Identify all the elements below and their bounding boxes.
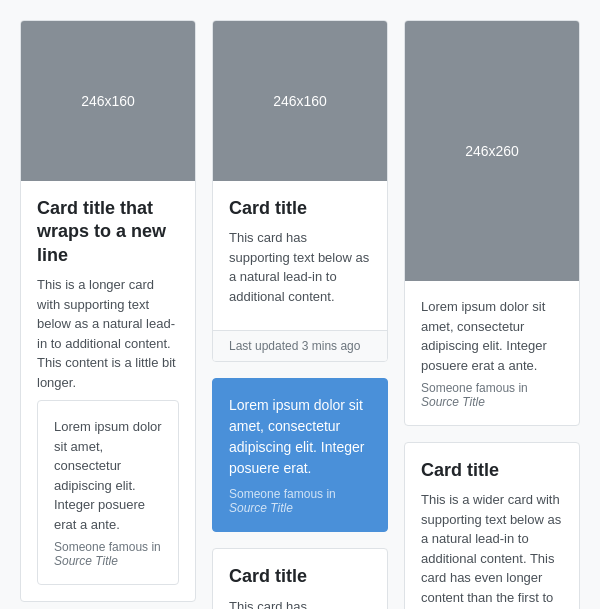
card-1-1: 246x160 Card title that wraps to a new l… [20, 20, 196, 602]
blue-quote-footer-source: Source Title [229, 501, 293, 515]
card-3-2: Card title This is a wider card with sup… [404, 442, 580, 609]
quote-text-1-1: Lorem ipsum dolor sit amet, consectetur … [54, 417, 162, 534]
card-text-2-3: This card has supporting text below as a… [229, 597, 371, 609]
blue-quote-body: Lorem ipsum dolor sit amet, consectetur … [213, 379, 387, 531]
card-title-3-2: Card title [421, 459, 563, 482]
quote-footer-3-1: Someone famous in Source Title [421, 381, 563, 409]
column-1: 246x160 Card title that wraps to a new l… [20, 20, 196, 602]
card-2-3: Card title This card has supporting text… [212, 548, 388, 609]
blue-quote-text: Lorem ipsum dolor sit amet, consectetur … [229, 395, 371, 479]
card-title-1-1: Card title that wraps to a new line [37, 197, 179, 267]
card-text-2-1: This card has supporting text below as a… [229, 228, 371, 306]
card-title-2-1: Card title [229, 197, 371, 220]
card-img-3-1: 246x260 [405, 21, 579, 281]
card-body-3-2: Card title This is a wider card with sup… [405, 443, 579, 609]
img-label-2-1: 246x160 [273, 93, 327, 109]
card-2-1: 246x160 Card title This card has support… [212, 20, 388, 362]
img-label-1-1: 246x160 [81, 93, 135, 109]
card-img-2-1: 246x160 [213, 21, 387, 181]
inner-quote-1-1: Lorem ipsum dolor sit amet, consectetur … [37, 400, 179, 585]
card-body-1-1: Card title that wraps to a new line This… [21, 181, 195, 601]
card-body-2-1: Card title This card has supporting text… [213, 181, 387, 330]
quote-footer-source-1-1: Source Title [54, 554, 118, 568]
card-text-3-2: This is a wider card with supporting tex… [421, 490, 563, 609]
quote-footer-prefix-1-1: Someone famous in [54, 540, 161, 554]
quote-footer-source-3-1: Source Title [421, 395, 485, 409]
card-3-1: 246x260 Lorem ipsum dolor sit amet, cons… [404, 20, 580, 426]
card-text-1-1: This is a longer card with supporting te… [37, 275, 179, 392]
blue-quote-footer-prefix: Someone famous in [229, 487, 336, 501]
card-footer-2-1: Last updated 3 mins ago [213, 330, 387, 361]
card-2-2: Lorem ipsum dolor sit amet, consectetur … [212, 378, 388, 532]
img-label-3-1: 246x260 [465, 143, 519, 159]
quote-text-3-1: Lorem ipsum dolor sit amet, consectetur … [421, 297, 563, 375]
quote-footer-1-1: Someone famous in Source Title [54, 540, 162, 568]
card-img-1-1: 246x160 [21, 21, 195, 181]
column-2: 246x160 Card title This card has support… [212, 20, 388, 609]
column-3: 246x260 Lorem ipsum dolor sit amet, cons… [404, 20, 580, 609]
quote-footer-prefix-3-1: Someone famous in [421, 381, 528, 395]
card-body-2-3: Card title This card has supporting text… [213, 549, 387, 609]
card-title-2-3: Card title [229, 565, 371, 588]
quote-body-1-1: Lorem ipsum dolor sit amet, consectetur … [38, 401, 178, 584]
quote-body-3-1: Lorem ipsum dolor sit amet, consectetur … [405, 281, 579, 425]
card-grid: 246x160 Card title that wraps to a new l… [20, 20, 580, 609]
blue-quote-footer: Someone famous in Source Title [229, 487, 371, 515]
